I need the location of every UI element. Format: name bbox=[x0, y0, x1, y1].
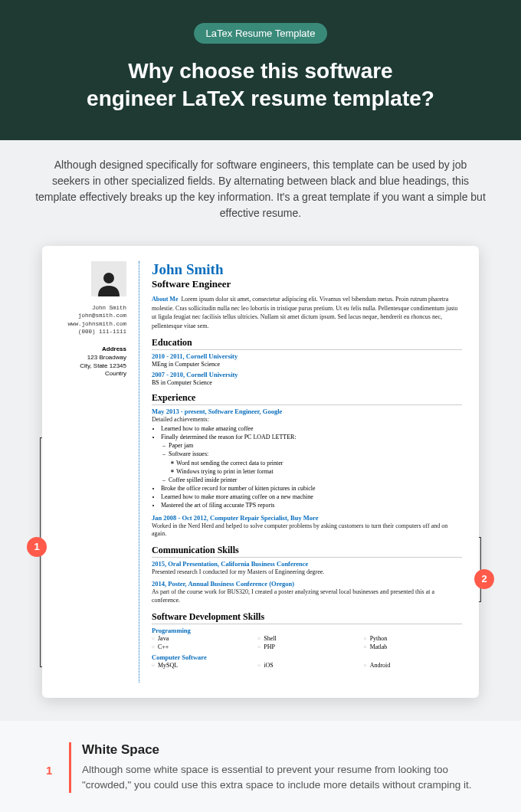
job-sub: Detailed achievements: bbox=[152, 416, 462, 424]
section-heading: Software Development Skills bbox=[152, 611, 462, 624]
intro-text: Although designed specifically for softw… bbox=[0, 140, 521, 238]
skill-group-heading: Programming bbox=[152, 627, 462, 634]
callout-badge-1: 1 bbox=[27, 537, 47, 557]
resume-name: John Smith bbox=[152, 261, 462, 278]
person-icon bbox=[95, 269, 123, 296]
template-badge: LaTex Resume Template bbox=[194, 23, 328, 44]
contact-phone: (000) 111-1111 bbox=[59, 328, 126, 336]
comm-text: As part of the course work for BUS320, I… bbox=[152, 588, 462, 605]
hero-section: LaTex Resume Template Why choose this so… bbox=[0, 0, 521, 140]
comm-text: Presented research I conducted for my Ma… bbox=[152, 568, 462, 577]
note-body: White Space Although some white space is… bbox=[69, 742, 475, 794]
edu-range: 2007 - 2010, Cornell University bbox=[152, 371, 462, 378]
skill-grid: MySQL iOS Android bbox=[152, 662, 462, 669]
resume-preview: John Smith john@smith.com www.johnsmith.… bbox=[42, 246, 479, 698]
edu-degree: MEng in Computer Science bbox=[152, 361, 462, 368]
page-title: Why choose this softwareengineer LaTeX r… bbox=[31, 57, 490, 113]
about-section: About Me Lorem ipsum dolor sit amet, con… bbox=[152, 295, 462, 331]
callout-badge-2: 2 bbox=[474, 569, 494, 589]
skill-item: Android bbox=[364, 662, 462, 669]
address-line: 123 Broadway bbox=[59, 354, 126, 362]
contact-email: john@smith.com bbox=[59, 312, 126, 320]
skill-grid: Java Shell Python C++ PHP Matlab bbox=[152, 635, 462, 650]
comm-line: 2014, Poster, Annual Business Conference… bbox=[152, 580, 462, 588]
note-heading: White Space bbox=[82, 742, 475, 758]
address-line: City, State 12345 bbox=[59, 362, 126, 371]
job-text: Worked in the Nerd Herd and helped to so… bbox=[152, 522, 462, 539]
resume-sidebar: John Smith john@smith.com www.johnsmith.… bbox=[59, 261, 126, 683]
bullet: Paper jam bbox=[169, 441, 462, 450]
resume-main: John Smith Software Engineer About Me Lo… bbox=[152, 261, 462, 683]
contact-name: John Smith bbox=[59, 304, 126, 313]
comm-line: 2015, Oral Presentation, California Busi… bbox=[152, 560, 462, 568]
skill-item: C++ bbox=[152, 643, 250, 650]
job-line: May 2013 - present, Software Engineer, G… bbox=[152, 408, 462, 415]
about-text: Lorem ipsum dolor sit amet, consectetur … bbox=[152, 296, 458, 329]
address-line: Country bbox=[59, 370, 126, 378]
bullet: Mastered the art of filing accurate TPS … bbox=[161, 501, 462, 509]
contact-web: www.johnsmith.com bbox=[59, 320, 126, 329]
resume-job-title: Software Engineer bbox=[152, 278, 462, 290]
bullet-list: Learned how to make amazing coffee Final… bbox=[152, 424, 462, 510]
communication-section: Communication Skills 2015, Oral Presenta… bbox=[152, 545, 462, 604]
skill-group-heading: Computer Software bbox=[152, 653, 462, 661]
section-heading: Communication Skills bbox=[152, 545, 462, 558]
skill-item: Java bbox=[152, 635, 250, 642]
notes-section: 1 White Space Although some white space … bbox=[0, 721, 521, 812]
contact-block: John Smith john@smith.com www.johnsmith.… bbox=[59, 304, 126, 336]
bullet: Word not sending the correct data to pri… bbox=[176, 459, 462, 467]
avatar-placeholder bbox=[91, 261, 126, 296]
note-text: Although some white space is essential t… bbox=[82, 762, 475, 794]
vertical-divider bbox=[139, 261, 139, 683]
section-heading: Experience bbox=[152, 392, 462, 405]
skills-section: Software Development Skills Programming … bbox=[152, 611, 462, 669]
bullet: Software issues: Word not sending the co… bbox=[169, 450, 462, 476]
note-number: 1 bbox=[46, 742, 55, 794]
section-heading: Education bbox=[152, 337, 462, 350]
experience-section: Experience May 2013 - present, Software … bbox=[152, 392, 462, 539]
skill-item: Python bbox=[364, 635, 462, 642]
education-section: Education 2010 - 2011, Cornell Universit… bbox=[152, 337, 462, 386]
job-line: Jan 2008 - Oct 2012, Computer Repair Spe… bbox=[152, 514, 462, 522]
address-block: Address 123 Broadway City, State 12345 C… bbox=[59, 345, 126, 378]
bullet: Coffee spilled inside printer bbox=[169, 476, 462, 484]
sub-bullet-list: Word not sending the correct data to pri… bbox=[169, 459, 462, 476]
edu-range: 2010 - 2011, Cornell University bbox=[152, 352, 462, 360]
skill-item: iOS bbox=[257, 662, 356, 669]
about-heading: About Me bbox=[152, 296, 178, 303]
skill-item: MySQL bbox=[152, 662, 250, 669]
skill-item: PHP bbox=[257, 643, 356, 650]
address-heading: Address bbox=[59, 345, 126, 352]
edu-degree: BS in Computer Science bbox=[152, 379, 462, 386]
bullet: Learned how to make more amazing coffee … bbox=[161, 493, 462, 501]
bullet: Windows trying to print in letter format bbox=[176, 467, 462, 476]
bullet: Finally determined the reason for PC LOA… bbox=[161, 433, 462, 484]
skill-item: Matlab bbox=[364, 643, 462, 650]
svg-point-0 bbox=[103, 273, 114, 283]
bullet: Broke the office record for number of ki… bbox=[161, 484, 462, 493]
resume-preview-wrap: 1 2 John Smith john@smith.com www.johnsm… bbox=[0, 238, 521, 721]
skill-item: Shell bbox=[257, 635, 356, 642]
bullet: Learned how to make amazing coffee bbox=[161, 424, 462, 433]
note-item: 1 White Space Although some white space … bbox=[46, 742, 475, 794]
sub-bullet-list: Paper jam Software issues: Word not send… bbox=[161, 441, 462, 484]
